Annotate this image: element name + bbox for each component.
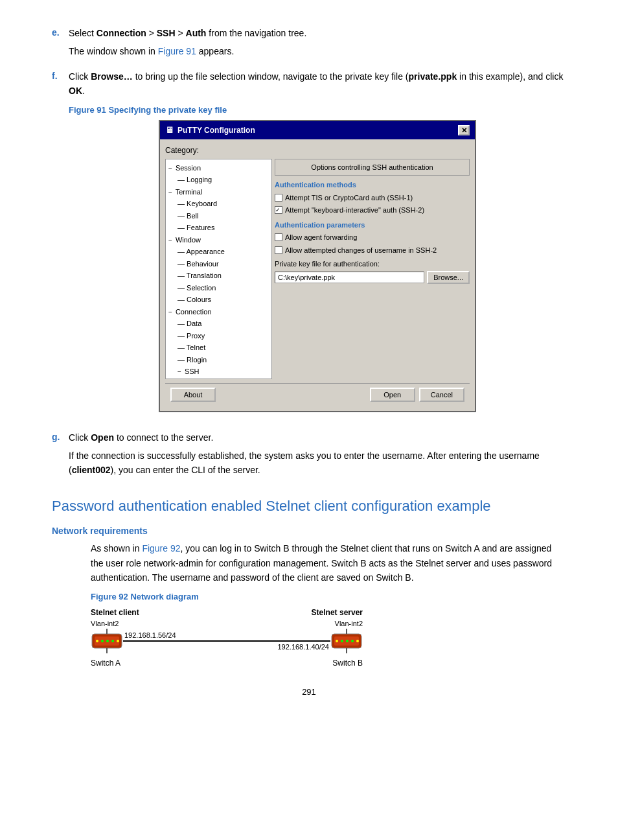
diagram-ip-connector: 192.168.1.56/24 192.168.1.40/24	[123, 631, 330, 651]
step-e-sub: The window shown in Figure 91 appears.	[69, 44, 566, 58]
svg-point-16	[351, 640, 354, 642]
step-g-content: Click Open to connect to the server. If …	[69, 430, 566, 482]
step-g-text: Click Open to connect to the server.	[69, 430, 566, 445]
tree-colours[interactable]: — Colours	[168, 294, 269, 306]
step-g-label: g.	[52, 430, 65, 482]
step-e-row: e. Select Connection > SSH > Auth from t…	[52, 26, 566, 63]
connector-line	[123, 640, 330, 642]
checkbox2[interactable]	[275, 206, 282, 214]
checkbox3-row: Allow agent forwarding	[275, 232, 470, 243]
tree-ssh[interactable]: − SSH	[168, 366, 269, 378]
bottom-btn-group: Open Cancel	[370, 388, 464, 402]
step-g-sub: If the connection is successfully establ…	[69, 449, 566, 478]
putty-main-area: − Session — Logging − Terminal — Keyboar…	[165, 159, 470, 379]
category-label: Category:	[165, 145, 470, 156]
putty-tree[interactable]: − Session — Logging − Terminal — Keyboar…	[165, 159, 272, 379]
svg-point-5	[101, 640, 104, 642]
diagram-icons-row: 192.168.1.56/24 192.168.1.40/24	[91, 629, 363, 653]
tree-proxy[interactable]: — Proxy	[168, 330, 269, 342]
network-diagram: Stelnet client Stelnet server Vlan-int2 …	[91, 608, 566, 668]
step-f-label: f.	[52, 69, 65, 424]
checkbox1-row: Attempt TIS or CryptoCard auth (SSH-1)	[275, 192, 470, 204]
switch-b-label: Switch B	[332, 659, 363, 668]
section-heading: Password authentication enabled Stelnet …	[52, 497, 566, 516]
tree-appearance[interactable]: — Appearance	[168, 246, 269, 258]
network-requirements-body: As shown in Figure 92, you can log in to…	[52, 541, 566, 585]
vlan-right: Vlan-int2	[285, 620, 363, 627]
svg-point-8	[117, 640, 119, 642]
svg-point-4	[96, 640, 98, 642]
step-f-browse: Browse…	[91, 71, 133, 82]
panel-header: Options controlling SSH authentication	[275, 159, 470, 176]
tree-data[interactable]: — Data	[168, 318, 269, 330]
tree-rlogin[interactable]: — Rlogin	[168, 354, 269, 366]
tree-connection[interactable]: − Connection	[168, 306, 269, 318]
step-f-text: Click Browse… to bring up the file selec…	[69, 69, 566, 99]
step-e-text: Select Connection > SSH > Auth from the …	[69, 26, 566, 40]
auth-params-title: Authentication parameters	[275, 220, 470, 231]
tree-session[interactable]: − Session	[168, 162, 269, 174]
tree-selection[interactable]: — Selection	[168, 282, 269, 294]
step-e-bold1: Connection	[97, 28, 146, 38]
key-file-input[interactable]	[275, 272, 424, 283]
svg-point-17	[356, 640, 359, 642]
about-button[interactable]: About	[170, 388, 216, 402]
step-f-ppk: private.ppk	[409, 71, 457, 82]
putty-window-icon: 🖥	[165, 124, 174, 137]
step-g-row: g. Click Open to connect to the server. …	[52, 430, 566, 482]
tree-logging[interactable]: — Logging	[168, 174, 269, 186]
figure92-caption: Figure 92 Network diagram	[52, 592, 566, 601]
browse-button[interactable]: Browse...	[427, 271, 470, 284]
checkbox1[interactable]	[275, 194, 282, 202]
switch-a-label: Switch A	[91, 659, 120, 668]
figure92-link: Figure 92	[142, 543, 180, 554]
tree-features[interactable]: — Features	[168, 222, 269, 234]
switch-name-row: Switch A Switch B	[91, 659, 363, 668]
checkbox3[interactable]	[275, 233, 282, 241]
checkbox2-row: Attempt "keyboard-interactive" auth (SSH…	[275, 205, 470, 216]
step-e-label: e.	[52, 26, 65, 63]
tree-expand-session: −	[168, 165, 172, 172]
svg-point-6	[106, 640, 109, 642]
putty-bottom-bar: About Open Cancel	[165, 383, 470, 406]
putty-title-text: PuTTY Configuration	[177, 124, 255, 136]
tree-terminal[interactable]: − Terminal	[168, 186, 269, 198]
step-e-content: Select Connection > SSH > Auth from the …	[69, 26, 566, 63]
figure91-caption: Figure 91 Specifying the private key fil…	[69, 104, 566, 117]
switch-a-icon	[91, 629, 123, 653]
putty-right-panel: Options controlling SSH authentication A…	[275, 159, 470, 379]
svg-point-13	[336, 640, 338, 642]
diagram-labels-row: Stelnet client Stelnet server	[91, 608, 363, 617]
checkbox2-label: Attempt "keyboard-interactive" auth (SSH…	[285, 205, 424, 216]
tree-window[interactable]: − Window	[168, 234, 269, 246]
step-e-bold2: SSH	[157, 28, 176, 38]
svg-point-7	[111, 640, 114, 642]
vlan-left: Vlan-int2	[91, 620, 168, 627]
tree-keyboard[interactable]: — Keyboard	[168, 198, 269, 210]
tree-behaviour[interactable]: — Behaviour	[168, 258, 269, 270]
tree-translation[interactable]: — Translation	[168, 270, 269, 282]
checkbox1-label: Attempt TIS or CryptoCard auth (SSH-1)	[285, 192, 413, 204]
putty-titlebar-left: 🖥 PuTTY Configuration	[165, 124, 255, 137]
stelnet-server-label: Stelnet server	[312, 608, 363, 617]
ip-left: 192.168.1.56/24	[124, 631, 176, 639]
line-connector	[123, 640, 330, 642]
checkbox3-label: Allow agent forwarding	[285, 232, 357, 243]
tree-kex[interactable]: — Kex	[168, 378, 269, 379]
page-number: 291	[52, 687, 566, 697]
cancel-button[interactable]: Cancel	[419, 388, 464, 402]
putty-dialog: 🖥 PuTTY Configuration ✕ Category: − Sess…	[159, 120, 476, 412]
network-requirements-heading: Network requirements	[52, 526, 566, 536]
step-g-client: client002	[72, 465, 111, 475]
putty-close-button[interactable]: ✕	[458, 125, 470, 135]
step-f-content: Click Browse… to bring up the file selec…	[69, 69, 566, 424]
tree-telnet[interactable]: — Telnet	[168, 342, 269, 354]
diagram-switch-left-col	[91, 629, 123, 653]
step-f-ok: OK	[69, 86, 82, 96]
tree-bell[interactable]: — Bell	[168, 210, 269, 222]
checkbox4-row: Allow attempted changes of username in S…	[275, 245, 470, 256]
figure91-link: Figure 91	[158, 46, 196, 56]
stelnet-client-label: Stelnet client	[91, 608, 139, 617]
open-button[interactable]: Open	[370, 388, 415, 402]
checkbox4[interactable]	[275, 246, 282, 254]
